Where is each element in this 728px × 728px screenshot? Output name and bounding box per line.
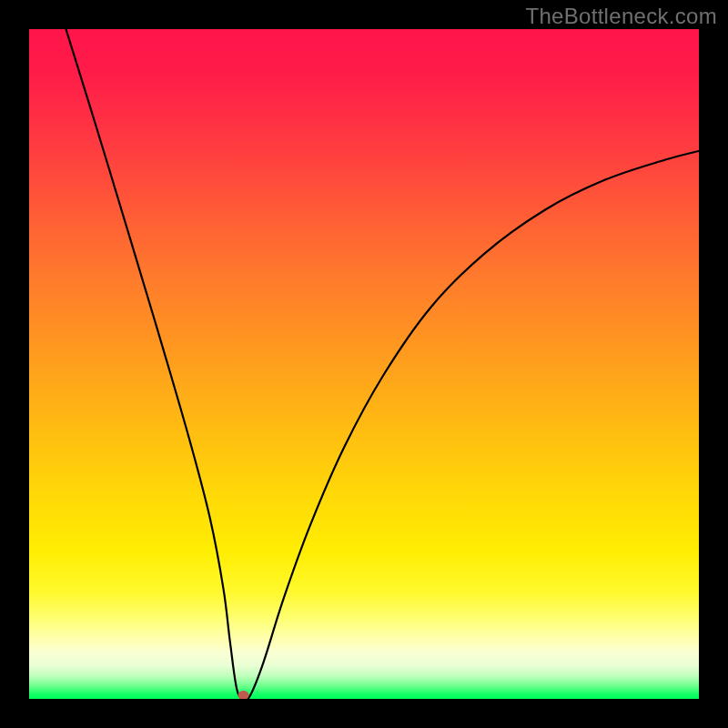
bottleneck-curve-svg (29, 29, 699, 699)
curve-minimum-marker (238, 691, 249, 699)
plot-area (29, 29, 699, 699)
bottleneck-curve-path (66, 29, 699, 699)
watermark-text: TheBottleneck.com (525, 4, 717, 29)
